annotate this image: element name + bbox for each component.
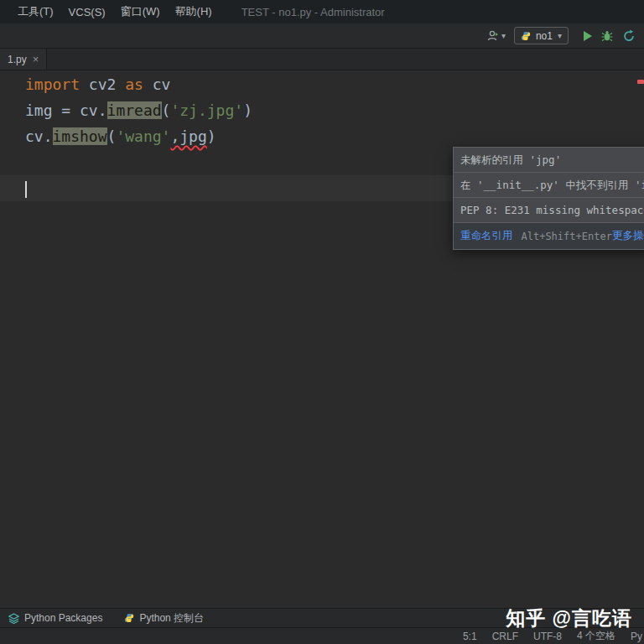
python-packages-button[interactable]: Python Packages — [8, 612, 102, 624]
code-line-3[interactable]: cv.imshow('wang',jpg) — [0, 123, 644, 149]
coverage-button[interactable] — [622, 29, 636, 43]
packages-icon — [8, 613, 19, 624]
zhihu-watermark: 知乎 @言吃语 — [506, 605, 632, 631]
tool-window-label: Python 控制台 — [139, 611, 204, 626]
debug-button[interactable] — [600, 29, 614, 43]
code-token: img = cv. — [25, 101, 107, 119]
menu-window[interactable]: 窗口(W) — [113, 4, 168, 19]
code-token-string: 'zj.jpg' — [170, 101, 243, 119]
code-token-string: 'wang' — [116, 127, 170, 145]
python-icon — [521, 31, 531, 41]
code-token: ( — [107, 127, 117, 145]
caret-position-widget[interactable]: 5:1 — [463, 631, 477, 642]
code-token: cv — [153, 75, 171, 93]
play-icon — [584, 31, 592, 41]
menu-help[interactable]: 帮助(H) — [168, 4, 220, 19]
menu-tools[interactable]: 工具(T) — [10, 4, 61, 19]
menu-vcs[interactable]: VCS(S) — [61, 6, 113, 18]
inspection-message: PEP 8: E231 missing whitespace after — [454, 198, 644, 223]
run-button[interactable] — [584, 31, 592, 41]
code-token: cv. — [25, 127, 53, 145]
python-console-button[interactable]: Python 控制台 — [124, 611, 204, 626]
user-icon — [486, 29, 500, 43]
rename-reference-link[interactable]: 重命名引用 — [460, 229, 513, 243]
tab-label: 1.py — [8, 54, 27, 65]
more-actions-link[interactable]: 更多操作 — [612, 229, 644, 243]
collaborate-button[interactable]: ▾ — [486, 29, 506, 43]
inspection-popup: 未解析的引用 'jpg' 在 '__init__.py' 中找不到引用 'ims… — [453, 147, 644, 250]
code-token-highlighted: imread — [107, 101, 162, 119]
shortcut-hint: Alt+Shift+Enter — [522, 231, 612, 242]
ide-window: 工具(T) VCS(S) 窗口(W) 帮助(H) TEST - no1.py -… — [0, 0, 644, 644]
run-config-name: no1 — [536, 30, 553, 42]
code-token: ( — [162, 101, 171, 119]
code-token: ) — [207, 127, 216, 145]
tool-window-label: Python Packages — [24, 612, 102, 624]
run-configuration-select[interactable]: no1 ▾ — [514, 27, 569, 44]
window-title: TEST - no1.py - Administrator — [242, 6, 385, 18]
close-icon[interactable]: × — [33, 53, 39, 65]
code-token: as — [116, 75, 152, 93]
tab-no1-py[interactable]: 1.py × — [0, 49, 47, 70]
code-token: ) — [243, 101, 252, 119]
chevron-down-icon: ▾ — [558, 31, 562, 40]
error-stripe-marker[interactable] — [637, 80, 644, 84]
inspection-popup-footer: 重命名引用 Alt+Shift+Enter 更多操作 — [454, 223, 644, 249]
code-line-1[interactable]: import cv2 as cv — [0, 71, 644, 97]
chevron-down-icon: ▾ — [501, 31, 506, 40]
code-token-highlighted: imshow — [53, 127, 107, 145]
code-token: cv2 — [89, 75, 117, 93]
code-editor[interactable]: import cv2 as cv img = cv.imread('zj.jpg… — [0, 70, 644, 608]
refresh-circle-icon — [622, 29, 636, 43]
menu-bar: 工具(T) VCS(S) 窗口(W) 帮助(H) TEST - no1.py -… — [0, 0, 644, 23]
code-token: import — [25, 75, 89, 93]
interpreter-widget[interactable]: Py — [631, 631, 642, 642]
inspection-message: 在 '__init__.py' 中找不到引用 'imshow' — [454, 173, 644, 198]
code-token-error: ,jpg — [170, 127, 206, 145]
bug-icon — [600, 29, 614, 43]
encoding-widget[interactable]: UTF-8 — [533, 631, 562, 642]
line-ending-widget[interactable]: CRLF — [492, 631, 518, 642]
code-line-2[interactable]: img = cv.imread('zj.jpg') — [0, 97, 644, 123]
inspection-message: 未解析的引用 'jpg' — [454, 148, 644, 173]
main-toolbar: ▾ no1 ▾ — [0, 23, 644, 49]
editor-tab-bar: 1.py × — [0, 49, 644, 70]
python-icon — [124, 613, 134, 623]
text-cursor — [25, 181, 27, 198]
